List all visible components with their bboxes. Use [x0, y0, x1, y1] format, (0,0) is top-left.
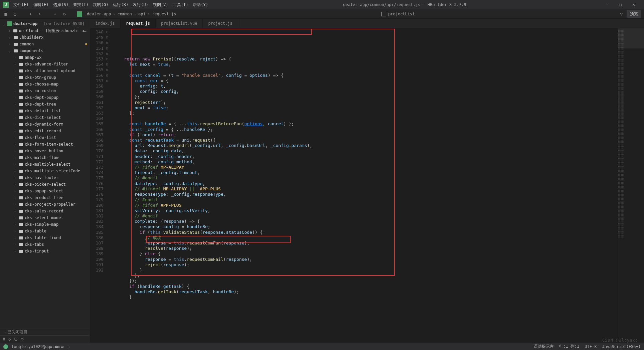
breadcrumb-1[interactable]: common: [117, 12, 132, 16]
status-icon-3[interactable]: □: [67, 344, 69, 349]
minimap[interactable]: ▬▬▬ ▬ ▬▬ ▬▬▬▬ ▬▬▬ ▬ ▬▬ ▬▬▬▬ ▬▬▬ ▬ ▬▬ ▬▬▬…: [617, 28, 644, 343]
expand-icon[interactable]: ›: [13, 176, 17, 180]
expand-icon[interactable]: ›: [13, 89, 17, 93]
tree-item[interactable]: ›cks-table: [0, 228, 90, 234]
tree-item[interactable]: ›cks-match-flow: [0, 154, 90, 161]
code-content[interactable]: return new Promise((resolve, reject) => …: [111, 28, 617, 343]
expand-icon[interactable]: ›: [7, 42, 12, 46]
tree-item[interactable]: ›cks-product-tree: [0, 194, 90, 201]
expand-icon[interactable]: ›: [13, 76, 17, 79]
status-icon-2[interactable]: ⊡: [61, 344, 63, 349]
tree-item[interactable]: ›cks-attachment-upload: [0, 67, 90, 74]
tree-item[interactable]: ›cks-form-item-select: [0, 141, 90, 148]
tree-item[interactable]: ›cks-multiple-selectCode: [0, 168, 90, 174]
menu-item-6[interactable]: 发行(U): [131, 1, 150, 9]
expand-icon[interactable]: ›: [13, 69, 17, 73]
breadcrumb-0[interactable]: dealer-app: [87, 12, 111, 16]
expand-icon[interactable]: ›: [13, 229, 17, 233]
tree-item[interactable]: ›uniCloud - [阿里云:shunzhi-app]: [0, 27, 90, 34]
editor-tab[interactable]: projectList.vue: [156, 19, 203, 28]
expand-icon[interactable]: ›: [13, 103, 17, 106]
expand-icon[interactable]: ›: [13, 109, 17, 113]
star-icon[interactable]: ☆: [52, 11, 58, 17]
expand-icon[interactable]: ›: [13, 143, 17, 146]
minimize-button[interactable]: −: [602, 2, 612, 7]
user-avatar-icon[interactable]: [3, 344, 8, 349]
tree-item[interactable]: ›cks-cu-custom: [0, 88, 90, 94]
status-item-3[interactable]: JavaScript(ES6+): [602, 344, 641, 349]
tree-item[interactable]: ›cks-tabs: [0, 241, 90, 248]
expand-icon[interactable]: ›: [13, 223, 17, 226]
tree-item[interactable]: ›cks-nav-footer: [0, 174, 90, 181]
tree-item[interactable]: ›cks-select-model: [0, 214, 90, 221]
tree-item[interactable]: ›cks-table-fixed: [0, 234, 90, 241]
tree-item[interactable]: ›cks-dept-popup: [0, 94, 90, 101]
expand-icon[interactable]: ›: [13, 216, 17, 220]
menu-item-0[interactable]: 文件(F): [11, 1, 31, 9]
toolbar-center[interactable]: projectList: [179, 12, 617, 16]
tree-item[interactable]: ›common: [0, 41, 90, 47]
tree-item[interactable]: ›cks-dynamic-form: [0, 121, 90, 128]
maximize-button[interactable]: □: [615, 2, 625, 7]
expand-icon[interactable]: ›: [7, 36, 12, 39]
editor-tab[interactable]: request.js: [121, 19, 156, 28]
expand-icon[interactable]: ›: [13, 123, 17, 126]
expand-icon[interactable]: ›: [13, 163, 17, 166]
sidebar-foot-icon-0[interactable]: ⊞: [3, 337, 5, 342]
tree-item[interactable]: ›cks-choose-map: [0, 81, 90, 88]
menu-item-9[interactable]: 帮助(Y): [191, 1, 210, 9]
expand-icon[interactable]: ›: [13, 136, 17, 140]
breadcrumb-3[interactable]: request.js: [152, 12, 176, 16]
expand-icon[interactable]: ›: [13, 129, 17, 133]
expand-icon[interactable]: ›: [13, 62, 17, 66]
status-icon-0[interactable]: ▭: [50, 344, 52, 349]
sidebar-foot-icon-1[interactable]: ◇: [8, 337, 11, 342]
filter-icon[interactable]: ▽: [620, 12, 623, 16]
refresh-icon[interactable]: ↻: [61, 11, 67, 17]
status-icon-1[interactable]: ⊞: [55, 344, 58, 349]
expand-icon[interactable]: ›: [7, 29, 12, 33]
expand-icon[interactable]: ›: [13, 249, 17, 253]
expand-icon[interactable]: ›: [13, 96, 17, 100]
tree-item[interactable]: ›cks-popup-select: [0, 188, 90, 194]
tree-item[interactable]: ›cks-advance-filter: [0, 61, 90, 67]
sidebar-foot-icon-2[interactable]: ⎔: [14, 337, 17, 342]
nav-forward-icon[interactable]: ›: [37, 11, 43, 17]
tree-item[interactable]: ›.hbuilderx: [0, 34, 90, 41]
tree-item[interactable]: ›cks-detail-list: [0, 108, 90, 114]
close-button[interactable]: ✕: [629, 2, 639, 7]
open-file-icon[interactable]: ▢: [12, 11, 18, 17]
tree-item[interactable]: ›cks-sales-record: [0, 208, 90, 214]
menu-item-5[interactable]: 运行(R): [111, 1, 130, 9]
tree-item[interactable]: ›cks-tinput: [0, 248, 90, 254]
menu-item-7[interactable]: 视图(V): [151, 1, 170, 9]
breadcrumb-2[interactable]: api: [138, 12, 146, 16]
preview-button[interactable]: 预览: [627, 10, 641, 18]
menu-item-8[interactable]: 工具(T): [171, 1, 190, 9]
expand-icon[interactable]: ›: [13, 189, 17, 193]
tree-item[interactable]: ›cks-dict-select: [0, 114, 90, 121]
expand-icon[interactable]: ⌄: [7, 49, 12, 53]
expand-icon[interactable]: ›: [13, 156, 17, 160]
tree-item[interactable]: ›cks-dept-tree: [0, 101, 90, 108]
status-item-2[interactable]: UTF-8: [585, 344, 597, 349]
new-file-icon[interactable]: ▦: [3, 11, 9, 17]
expand-icon[interactable]: ›: [13, 203, 17, 206]
minimap-viewport[interactable]: [618, 28, 644, 48]
tree-item[interactable]: ›amap-wx: [0, 54, 90, 61]
expand-icon[interactable]: ›: [13, 56, 17, 59]
expand-icon[interactable]: ›: [13, 236, 17, 240]
expand-icon[interactable]: ›: [13, 209, 17, 213]
tree-item[interactable]: ⌄components: [0, 47, 90, 54]
menu-item-4[interactable]: 跳转(G): [91, 1, 111, 9]
tree-item[interactable]: ›cks-multiple-select: [0, 161, 90, 168]
expand-icon[interactable]: ›: [13, 169, 17, 173]
tree-item[interactable]: ›cks-hover-button: [0, 148, 90, 154]
expand-icon[interactable]: ›: [13, 243, 17, 246]
code-editor[interactable]: 1481491501511521531541551561571581591601…: [90, 28, 644, 343]
expand-icon[interactable]: ›: [13, 82, 17, 86]
expand-icon[interactable]: ›: [13, 196, 17, 200]
expand-icon[interactable]: ›: [13, 183, 17, 186]
tree-item[interactable]: ›cks-edit-record: [0, 128, 90, 134]
expand-icon[interactable]: ›: [13, 116, 17, 120]
